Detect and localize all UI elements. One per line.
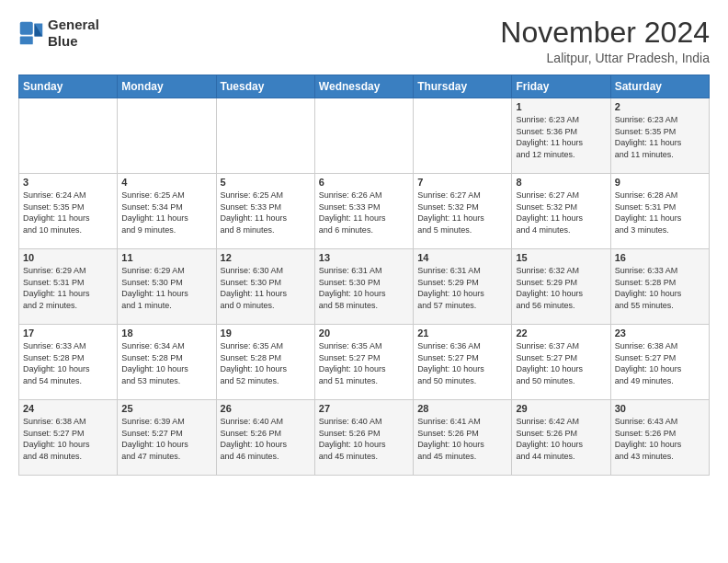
calendar-cell: 21Sunrise: 6:36 AM Sunset: 5:27 PM Dayli… xyxy=(414,325,512,400)
calendar-week-3: 10Sunrise: 6:29 AM Sunset: 5:31 PM Dayli… xyxy=(19,249,710,325)
calendar-cell: 27Sunrise: 6:40 AM Sunset: 5:26 PM Dayli… xyxy=(314,400,413,476)
day-info: Sunrise: 6:33 AM Sunset: 5:28 PM Dayligh… xyxy=(23,340,113,386)
day-info: Sunrise: 6:39 AM Sunset: 5:27 PM Dayligh… xyxy=(121,416,211,462)
calendar-cell: 9Sunrise: 6:28 AM Sunset: 5:31 PM Daylig… xyxy=(610,174,709,249)
day-info: Sunrise: 6:37 AM Sunset: 5:27 PM Dayligh… xyxy=(516,340,606,386)
day-info: Sunrise: 6:27 AM Sunset: 5:32 PM Dayligh… xyxy=(516,190,606,236)
calendar-cell: 5Sunrise: 6:25 AM Sunset: 5:33 PM Daylig… xyxy=(216,174,314,249)
calendar-cell xyxy=(414,98,512,174)
day-info: Sunrise: 6:40 AM Sunset: 5:26 PM Dayligh… xyxy=(221,416,311,462)
calendar-cell: 15Sunrise: 6:32 AM Sunset: 5:29 PM Dayli… xyxy=(512,249,610,325)
weekday-header-row: SundayMondayTuesdayWednesdayThursdayFrid… xyxy=(19,75,710,98)
day-number: 1 xyxy=(516,101,606,112)
day-number: 18 xyxy=(121,327,211,339)
day-info: Sunrise: 6:40 AM Sunset: 5:26 PM Dayligh… xyxy=(319,416,409,462)
day-number: 22 xyxy=(516,327,606,339)
day-info: Sunrise: 6:24 AM Sunset: 5:35 PM Dayligh… xyxy=(23,190,113,236)
day-number: 26 xyxy=(221,403,311,414)
day-info: Sunrise: 6:29 AM Sunset: 5:31 PM Dayligh… xyxy=(23,265,113,311)
calendar-cell xyxy=(314,98,413,174)
logo-line1: General xyxy=(48,17,99,33)
day-number: 12 xyxy=(221,252,311,263)
calendar-cell xyxy=(216,98,314,174)
calendar-week-1: 1Sunrise: 6:23 AM Sunset: 5:36 PM Daylig… xyxy=(19,98,710,174)
calendar-cell: 16Sunrise: 6:33 AM Sunset: 5:28 PM Dayli… xyxy=(610,249,709,325)
day-number: 6 xyxy=(319,177,409,188)
weekday-header-tuesday: Tuesday xyxy=(216,75,314,98)
logo: General Blue xyxy=(18,17,99,50)
day-number: 11 xyxy=(121,252,211,263)
calendar-cell: 29Sunrise: 6:42 AM Sunset: 5:26 PM Dayli… xyxy=(512,400,610,476)
day-number: 4 xyxy=(121,177,211,188)
day-info: Sunrise: 6:29 AM Sunset: 5:30 PM Dayligh… xyxy=(121,265,211,311)
day-number: 7 xyxy=(417,177,507,188)
weekday-header-friday: Friday xyxy=(512,75,610,98)
day-number: 17 xyxy=(23,327,113,339)
calendar-cell xyxy=(118,98,216,174)
day-number: 28 xyxy=(417,403,507,414)
calendar-cell: 23Sunrise: 6:38 AM Sunset: 5:27 PM Dayli… xyxy=(610,325,709,400)
day-info: Sunrise: 6:43 AM Sunset: 5:26 PM Dayligh… xyxy=(615,416,705,462)
calendar-cell: 18Sunrise: 6:34 AM Sunset: 5:28 PM Dayli… xyxy=(118,325,216,400)
day-number: 10 xyxy=(23,252,113,263)
day-info: Sunrise: 6:27 AM Sunset: 5:32 PM Dayligh… xyxy=(417,190,507,236)
day-info: Sunrise: 6:32 AM Sunset: 5:29 PM Dayligh… xyxy=(516,265,606,311)
day-info: Sunrise: 6:31 AM Sunset: 5:30 PM Dayligh… xyxy=(319,265,409,311)
calendar-cell: 4Sunrise: 6:25 AM Sunset: 5:34 PM Daylig… xyxy=(118,174,216,249)
calendar-cell: 22Sunrise: 6:37 AM Sunset: 5:27 PM Dayli… xyxy=(512,325,610,400)
logo-text: General Blue xyxy=(48,17,99,50)
day-number: 13 xyxy=(319,252,409,263)
calendar-cell: 2Sunrise: 6:23 AM Sunset: 5:35 PM Daylig… xyxy=(610,98,709,174)
day-number: 8 xyxy=(516,177,606,188)
day-number: 16 xyxy=(615,252,705,263)
svg-rect-3 xyxy=(20,22,33,35)
location-title: Lalitpur, Uttar Pradesh, India xyxy=(500,51,710,65)
day-info: Sunrise: 6:30 AM Sunset: 5:30 PM Dayligh… xyxy=(221,265,311,311)
day-number: 27 xyxy=(319,403,409,414)
calendar-week-5: 24Sunrise: 6:38 AM Sunset: 5:27 PM Dayli… xyxy=(19,400,710,476)
calendar-cell: 11Sunrise: 6:29 AM Sunset: 5:30 PM Dayli… xyxy=(118,249,216,325)
day-info: Sunrise: 6:41 AM Sunset: 5:26 PM Dayligh… xyxy=(417,416,507,462)
day-number: 15 xyxy=(516,252,606,263)
calendar-cell: 28Sunrise: 6:41 AM Sunset: 5:26 PM Dayli… xyxy=(414,400,512,476)
calendar-cell: 3Sunrise: 6:24 AM Sunset: 5:35 PM Daylig… xyxy=(19,174,118,249)
day-info: Sunrise: 6:25 AM Sunset: 5:33 PM Dayligh… xyxy=(221,190,311,236)
calendar-cell: 6Sunrise: 6:26 AM Sunset: 5:33 PM Daylig… xyxy=(314,174,413,249)
month-title: November 2024 xyxy=(500,17,710,49)
day-number: 23 xyxy=(615,327,705,339)
day-info: Sunrise: 6:42 AM Sunset: 5:26 PM Dayligh… xyxy=(516,416,606,462)
day-info: Sunrise: 6:23 AM Sunset: 5:36 PM Dayligh… xyxy=(516,114,606,160)
day-info: Sunrise: 6:38 AM Sunset: 5:27 PM Dayligh… xyxy=(23,416,113,462)
calendar-cell: 13Sunrise: 6:31 AM Sunset: 5:30 PM Dayli… xyxy=(314,249,413,325)
day-info: Sunrise: 6:31 AM Sunset: 5:29 PM Dayligh… xyxy=(417,265,507,311)
day-number: 24 xyxy=(23,403,113,414)
day-number: 9 xyxy=(615,177,705,188)
calendar-cell: 25Sunrise: 6:39 AM Sunset: 5:27 PM Dayli… xyxy=(118,400,216,476)
day-number: 2 xyxy=(615,101,705,112)
weekday-header-monday: Monday xyxy=(118,75,216,98)
calendar-cell: 8Sunrise: 6:27 AM Sunset: 5:32 PM Daylig… xyxy=(512,174,610,249)
weekday-header-thursday: Thursday xyxy=(414,75,512,98)
calendar-cell: 24Sunrise: 6:38 AM Sunset: 5:27 PM Dayli… xyxy=(19,400,118,476)
calendar-cell: 7Sunrise: 6:27 AM Sunset: 5:32 PM Daylig… xyxy=(414,174,512,249)
calendar-cell: 10Sunrise: 6:29 AM Sunset: 5:31 PM Dayli… xyxy=(19,249,118,325)
calendar-cell: 14Sunrise: 6:31 AM Sunset: 5:29 PM Dayli… xyxy=(414,249,512,325)
logo-line2: Blue xyxy=(48,33,99,50)
page: General Blue November 2024 Lalitpur, Utt… xyxy=(0,0,728,485)
calendar-cell: 19Sunrise: 6:35 AM Sunset: 5:28 PM Dayli… xyxy=(216,325,314,400)
day-number: 5 xyxy=(221,177,311,188)
day-number: 21 xyxy=(417,327,507,339)
day-number: 20 xyxy=(319,327,409,339)
day-info: Sunrise: 6:23 AM Sunset: 5:35 PM Dayligh… xyxy=(615,114,705,160)
day-number: 19 xyxy=(221,327,311,339)
day-info: Sunrise: 6:28 AM Sunset: 5:31 PM Dayligh… xyxy=(615,190,705,236)
title-area: November 2024 Lalitpur, Uttar Pradesh, I… xyxy=(500,17,710,65)
calendar-cell: 17Sunrise: 6:33 AM Sunset: 5:28 PM Dayli… xyxy=(19,325,118,400)
day-number: 3 xyxy=(23,177,113,188)
calendar-table: SundayMondayTuesdayWednesdayThursdayFrid… xyxy=(18,75,710,476)
day-info: Sunrise: 6:35 AM Sunset: 5:28 PM Dayligh… xyxy=(221,340,311,386)
weekday-header-saturday: Saturday xyxy=(610,75,709,98)
day-info: Sunrise: 6:36 AM Sunset: 5:27 PM Dayligh… xyxy=(417,340,507,386)
day-number: 30 xyxy=(615,403,705,414)
calendar-cell: 12Sunrise: 6:30 AM Sunset: 5:30 PM Dayli… xyxy=(216,249,314,325)
